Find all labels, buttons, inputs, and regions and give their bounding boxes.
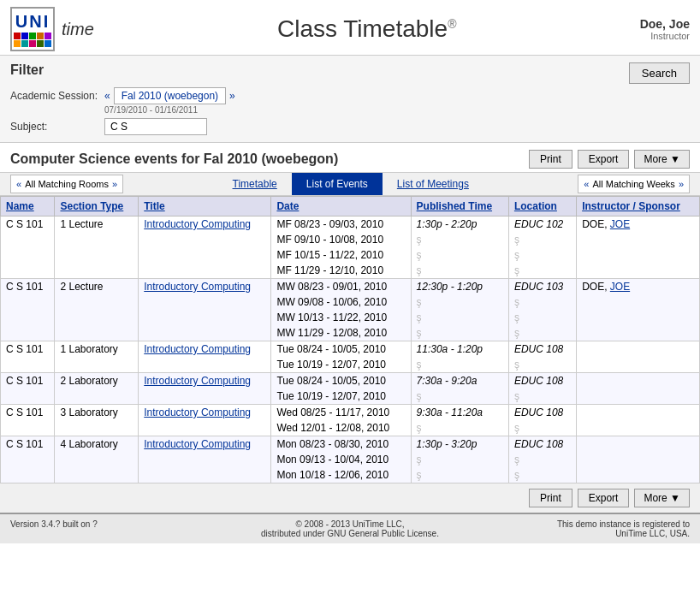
- col-location[interactable]: Location: [508, 197, 576, 217]
- cell-title[interactable]: Introductory Computing: [139, 373, 271, 405]
- col-time[interactable]: Published Time: [411, 197, 508, 217]
- cell-date: MW 11/29 - 12/08, 2010: [271, 325, 411, 341]
- subject-label: Subject:: [10, 121, 104, 133]
- cell-time: ş: [411, 452, 508, 467]
- cell-time: 1:30p - 3:20p: [411, 436, 508, 453]
- cell-time: 11:30a - 1:20p: [411, 341, 508, 358]
- rooms-filter-prev[interactable]: «: [16, 179, 21, 189]
- cell-name: C S 101: [1, 373, 55, 405]
- cell-time: ş: [411, 357, 508, 373]
- cell-title[interactable]: Introductory Computing: [139, 341, 271, 373]
- cell-name: C S 101: [1, 405, 55, 436]
- cell-instructor: DOE, JOE: [577, 217, 700, 233]
- col-instructor[interactable]: Instructor / Sponsor: [577, 197, 700, 217]
- export-button-bottom[interactable]: Export: [578, 489, 630, 507]
- weeks-filter-next[interactable]: »: [679, 179, 684, 189]
- cell-title[interactable]: Introductory Computing: [139, 217, 271, 279]
- cell-name: C S 101: [1, 341, 55, 373]
- table-body: C S 1011 LectureIntroductory ComputingMF…: [1, 217, 700, 483]
- cell-location: ş: [508, 325, 576, 341]
- cell-instructor: [577, 341, 700, 358]
- weeks-filter[interactable]: « All Matching Weeks »: [578, 175, 690, 193]
- cell-location: ş: [508, 294, 576, 310]
- session-dates: 07/19/2010 - 01/16/2011: [104, 105, 690, 115]
- cell-instructor: [577, 405, 700, 421]
- table-row: C S 1011 LectureIntroductory ComputingMF…: [1, 217, 700, 233]
- cell-location: ş: [508, 263, 576, 279]
- cell-name: C S 101: [1, 436, 55, 483]
- filter-section: Filter Search Academic Session: « Fal 20…: [0, 56, 700, 143]
- table-row: C S 1013 LaboratoryIntroductory Computin…: [1, 405, 700, 421]
- cell-location: EDUC 108: [508, 373, 576, 389]
- col-date[interactable]: Date: [271, 197, 411, 217]
- cell-date: MF 09/10 - 10/08, 2010: [271, 232, 411, 247]
- tab-timetable[interactable]: Timetable: [218, 173, 292, 195]
- cell-instructor: [577, 357, 700, 373]
- tab-list-events[interactable]: List of Events: [292, 173, 383, 195]
- cell-instructor: [577, 294, 700, 310]
- cell-section: 1 Lecture: [55, 217, 139, 279]
- session-next-arrow[interactable]: »: [229, 90, 235, 102]
- footer: Version 3.4.? built on ? © 2008 - 2013 U…: [0, 513, 700, 543]
- cell-section: 2 Laboratory: [55, 373, 139, 405]
- logo-box: UNI: [10, 7, 55, 51]
- tab-list-meetings[interactable]: List of Meetings: [383, 173, 483, 195]
- cell-instructor: [577, 436, 700, 453]
- cell-section: 1 Laboratory: [55, 341, 139, 373]
- cell-title[interactable]: Introductory Computing: [139, 436, 271, 483]
- print-button-top[interactable]: Print: [529, 150, 572, 169]
- export-button-top[interactable]: Export: [578, 150, 630, 169]
- weeks-filter-label: All Matching Weeks: [592, 179, 674, 189]
- cell-date: MF 11/29 - 12/10, 2010: [271, 263, 411, 279]
- cell-location: EDUC 108: [508, 341, 576, 358]
- more-button-top[interactable]: More ▼: [634, 150, 690, 169]
- weeks-filter-prev[interactable]: «: [584, 179, 589, 189]
- table-header-row: Name Section Type Title Date Published T…: [1, 197, 700, 217]
- user-role: Instructor: [640, 31, 690, 41]
- cell-location: ş: [508, 247, 576, 263]
- cell-instructor: [577, 420, 700, 436]
- user-name: Doe, Joe: [640, 17, 690, 31]
- more-button-bottom[interactable]: More ▼: [634, 489, 690, 507]
- cell-location: ş: [508, 467, 576, 483]
- cell-instructor: [577, 467, 700, 483]
- cell-time: 7:30a - 9:20a: [411, 373, 508, 389]
- search-button[interactable]: Search: [629, 62, 690, 84]
- rooms-filter-next[interactable]: »: [112, 179, 117, 189]
- cell-time: ş: [411, 467, 508, 483]
- cell-date: Tue 10/19 - 12/07, 2010: [271, 357, 411, 373]
- col-section[interactable]: Section Type: [55, 197, 139, 217]
- cell-instructor: [577, 325, 700, 341]
- session-prev-arrow[interactable]: «: [104, 90, 110, 102]
- subject-input[interactable]: [104, 118, 207, 135]
- cell-instructor: [577, 310, 700, 325]
- col-title[interactable]: Title: [139, 197, 271, 217]
- cell-instructor: [577, 232, 700, 247]
- nav-bar: « All Matching Rooms » Timetable List of…: [0, 172, 700, 196]
- cell-title[interactable]: Introductory Computing: [139, 279, 271, 341]
- cell-location: EDUC 102: [508, 217, 576, 233]
- footer-center: © 2008 - 2013 UniTime LLC, distributed u…: [237, 519, 464, 538]
- cell-time: ş: [411, 420, 508, 436]
- cell-location: EDUC 103: [508, 279, 576, 295]
- cell-location: ş: [508, 420, 576, 436]
- cell-date: Tue 10/19 - 12/07, 2010: [271, 389, 411, 405]
- cell-location: EDUC 108: [508, 436, 576, 453]
- cell-title[interactable]: Introductory Computing: [139, 405, 271, 436]
- user-info: Doe, Joe Instructor: [640, 17, 690, 41]
- events-header: Computer Science events for Fal 2010 (wo…: [0, 143, 700, 172]
- footer-right: This demo instance is registered to UniT…: [463, 519, 690, 538]
- print-button-bottom[interactable]: Print: [529, 489, 572, 507]
- table-row: C S 1014 LaboratoryIntroductory Computin…: [1, 436, 700, 453]
- session-value: Fal 2010 (woebegon): [114, 87, 226, 104]
- cell-time: ş: [411, 247, 508, 263]
- cell-instructor: [577, 373, 700, 389]
- cell-date: Mon 10/18 - 12/06, 2010: [271, 467, 411, 483]
- col-name[interactable]: Name: [1, 197, 55, 217]
- cell-date: Tue 08/24 - 10/05, 2010: [271, 341, 411, 358]
- cell-date: Wed 12/01 - 12/08, 2010: [271, 420, 411, 436]
- cell-date: Wed 08/25 - 11/17, 2010: [271, 405, 411, 421]
- cell-instructor: [577, 452, 700, 467]
- cell-date: Mon 09/13 - 10/04, 2010: [271, 452, 411, 467]
- rooms-filter[interactable]: « All Matching Rooms »: [10, 175, 123, 193]
